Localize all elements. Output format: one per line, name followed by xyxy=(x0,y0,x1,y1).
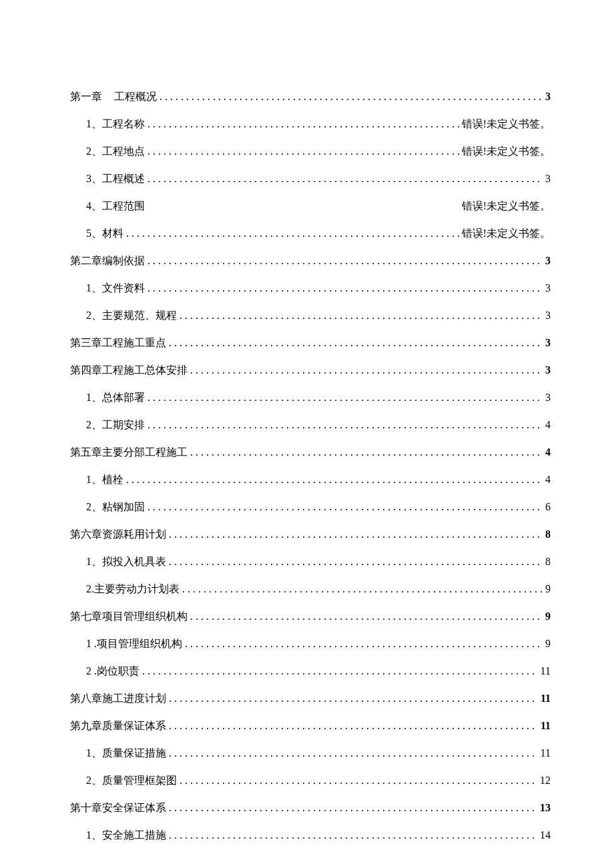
toc-label: 第五章主要分部工程施工 xyxy=(70,446,188,460)
toc-title: 安全保证体系 xyxy=(102,802,166,813)
toc-entry[interactable]: 第五章主要分部工程施工 . . . . . . . . . . . . . . … xyxy=(70,446,551,460)
toc-entry[interactable]: 第一章工程概况 . . . . . . . . . . . . . . . . … xyxy=(70,90,551,104)
toc-entry[interactable]: 第六章资源耗用计划 . . . . . . . . . . . . . . . … xyxy=(70,528,551,542)
toc-page-number: 错误!未定义书签。 xyxy=(462,199,551,213)
toc-label: 第九章质量保证体系 xyxy=(70,719,166,733)
toc-label: 4、工程范围 xyxy=(86,199,145,213)
toc-entry[interactable]: 1、工程名称 . . . . . . . . . . . . . . . . .… xyxy=(70,117,551,131)
toc-dot-leader: . . . . . . . . . . . . . . . . . . . . … xyxy=(147,501,543,513)
toc-entry[interactable]: 1、文件资料 . . . . . . . . . . . . . . . . .… xyxy=(70,282,551,296)
toc-entry[interactable]: 2、粘钢加固 . . . . . . . . . . . . . . . . .… xyxy=(70,500,551,514)
toc-entry[interactable]: 第九章质量保证体系 . . . . . . . . . . . . . . . … xyxy=(70,719,551,733)
toc-dot-leader: . . . . . . . . . . . . . . . . . . . . … xyxy=(180,310,543,322)
toc-entry[interactable]: 1、质量保证措施 . . . . . . . . . . . . . . . .… xyxy=(70,747,551,761)
toc-page-number: 3 xyxy=(545,255,551,267)
toc-entry[interactable]: 2、质量管理框架图 . . . . . . . . . . . . . . . … xyxy=(70,774,551,788)
toc-page-number: 3 xyxy=(545,282,551,294)
toc-title: 项目管理组织机构 xyxy=(102,610,188,622)
toc-dot-leader: . . . . . . . . . . . . . . . . . . . . … xyxy=(147,419,543,431)
toc-dot-leader: . . . . . . . . . . . . . . . . . . . . … xyxy=(142,665,538,677)
toc-entry[interactable]: 第七章项目管理组织机构 . . . . . . . . . . . . . . … xyxy=(70,610,551,624)
toc-page-number: 8 xyxy=(545,528,551,540)
toc-page-number: 4 xyxy=(545,419,551,431)
toc-prefix: 2、 xyxy=(86,501,102,512)
toc-dot-leader: . . . . . . . . . . . . . . . . . . . . … xyxy=(169,720,538,732)
toc-prefix: 4、 xyxy=(86,200,102,211)
toc-label: 第十章安全保证体系 xyxy=(70,801,166,815)
toc-label: 第六章资源耗用计划 xyxy=(70,528,166,542)
toc-dot-leader: . . . . . . . . . . . . . . . . . . . . … xyxy=(147,145,459,157)
toc-prefix: 3、 xyxy=(86,173,102,184)
toc-prefix: 1、 xyxy=(86,474,102,485)
toc-page-number: 3 xyxy=(545,310,551,322)
toc-prefix: 1 . xyxy=(86,638,97,649)
toc-entry[interactable]: 第四章工程施工总体安排 . . . . . . . . . . . . . . … xyxy=(70,364,551,378)
toc-prefix: 第八章 xyxy=(70,693,102,704)
toc-prefix: 2 . xyxy=(86,665,97,677)
toc-prefix: 2、 xyxy=(86,145,102,157)
toc-label: 第二章编制依据 xyxy=(70,254,145,268)
toc-label: 3、工程概述 xyxy=(86,172,145,186)
toc-title: 工程地点 xyxy=(102,145,145,157)
toc-title: 施工进度计划 xyxy=(102,693,166,704)
toc-title: 拟投入机具表 xyxy=(102,556,166,567)
toc-prefix: 2、 xyxy=(86,310,102,321)
toc-title: 工期安排 xyxy=(102,419,145,430)
toc-prefix: 第六章 xyxy=(70,528,102,540)
toc-page-number: 3 xyxy=(545,392,551,404)
toc-entry[interactable]: 第三章工程施工重点 . . . . . . . . . . . . . . . … xyxy=(70,336,551,350)
toc-page-number: 11 xyxy=(541,747,551,759)
toc-entry[interactable]: 4、工程范围 . . . . . . . . . . . . . . . . .… xyxy=(70,199,551,213)
toc-entry[interactable]: 1 .项目管理组织机构 . . . . . . . . . . . . . . … xyxy=(70,637,551,651)
toc-prefix: 第九章 xyxy=(70,720,102,731)
toc-prefix: 2. xyxy=(86,583,94,594)
toc-title: 岗位职责 xyxy=(97,665,139,677)
toc-entry[interactable]: 第二章编制依据 . . . . . . . . . . . . . . . . … xyxy=(70,254,551,268)
toc-title: 材料 xyxy=(102,228,123,239)
toc-title: 工程范围 xyxy=(102,200,145,211)
toc-entry[interactable]: 1、安全施工措施 . . . . . . . . . . . . . . . .… xyxy=(70,829,551,843)
toc-entry[interactable]: 2.主要劳动力计划表 . . . . . . . . . . . . . . .… xyxy=(70,582,551,596)
toc-label: 2.主要劳动力计划表 xyxy=(86,582,180,596)
toc-entry[interactable]: 第十章安全保证体系 . . . . . . . . . . . . . . . … xyxy=(70,801,551,815)
toc-label: 第一章工程概况 xyxy=(70,90,157,104)
toc-page-number: 错误!未定义书签。 xyxy=(462,117,551,131)
toc-label: 1、文件资料 xyxy=(86,282,145,296)
toc-title: 植栓 xyxy=(102,474,123,485)
toc-dot-leader: . . . . . . . . . . . . . . . . . . . . … xyxy=(190,610,543,622)
toc-prefix: 1、 xyxy=(86,556,102,567)
toc-entry[interactable]: 2、主要规范、规程 . . . . . . . . . . . . . . . … xyxy=(70,309,551,323)
toc-entry[interactable]: 1、植栓 . . . . . . . . . . . . . . . . . .… xyxy=(70,473,551,487)
toc-entry[interactable]: 第八章施工进度计划 . . . . . . . . . . . . . . . … xyxy=(70,692,551,706)
toc-prefix: 1、 xyxy=(86,282,102,294)
toc-entry[interactable]: 1、拟投入机具表 . . . . . . . . . . . . . . . .… xyxy=(70,555,551,569)
toc-entry[interactable]: 2、工程地点 . . . . . . . . . . . . . . . . .… xyxy=(70,145,551,159)
toc-page-number: 6 xyxy=(545,501,551,513)
toc-title: 总体部署 xyxy=(102,392,145,403)
toc-label: 1、安全施工措施 xyxy=(86,829,166,843)
toc-entry[interactable]: 5、材料 . . . . . . . . . . . . . . . . . .… xyxy=(70,227,551,241)
toc-prefix: 第二章 xyxy=(70,255,102,266)
toc-label: 第三章工程施工重点 xyxy=(70,336,166,350)
toc-entry[interactable]: 2、工期安排 . . . . . . . . . . . . . . . . .… xyxy=(70,418,551,432)
toc-page-number: 3 xyxy=(545,173,551,185)
toc-page-number: 错误!未定义书签。 xyxy=(462,145,551,159)
toc-dot-leader: . . . . . . . . . . . . . . . . . . . . … xyxy=(185,638,543,650)
toc-entry[interactable]: 2 .岗位职责 . . . . . . . . . . . . . . . . … xyxy=(70,665,551,679)
toc-prefix: 1、 xyxy=(86,829,102,841)
toc-dot-leader: . . . . . . . . . . . . . . . . . . . . … xyxy=(147,255,543,267)
toc-page-number: 3 xyxy=(545,337,551,349)
toc-dot-leader: . . . . . . . . . . . . . . . . . . . . … xyxy=(169,528,543,540)
toc-entry[interactable]: 3、工程概述 . . . . . . . . . . . . . . . . .… xyxy=(70,172,551,186)
toc-label: 1、总体部署 xyxy=(86,391,145,405)
toc-entry[interactable]: 1、总体部署 . . . . . . . . . . . . . . . . .… xyxy=(70,391,551,405)
toc-page-number: 11 xyxy=(541,720,551,732)
toc-prefix: 第四章 xyxy=(70,364,102,376)
toc-prefix: 第十章 xyxy=(70,802,102,813)
toc-title: 工程施工总体安排 xyxy=(102,364,188,376)
toc-dot-leader: . . . . . . . . . . . . . . . . . . . . … xyxy=(147,173,543,185)
toc-prefix: 第七章 xyxy=(70,610,102,622)
toc-page-number: 13 xyxy=(540,802,551,814)
toc-title: 主要劳动力计划表 xyxy=(94,583,180,594)
toc-prefix: 第五章 xyxy=(70,446,102,458)
